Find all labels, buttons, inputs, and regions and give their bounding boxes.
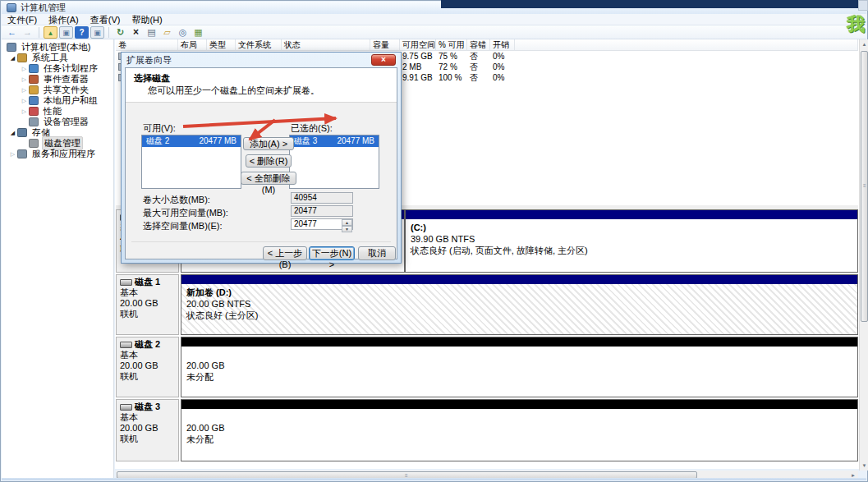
event-viewer-icon [29,75,39,84]
expand-icon[interactable]: ▷ [20,87,29,94]
max-available-space-value: 20477 [291,205,353,217]
scroll-up-icon[interactable]: ▲ [860,39,868,49]
unallocated-label: 未分配 [186,434,852,445]
menu-view[interactable]: 查看(V) [85,14,126,25]
expand-icon[interactable]: ▷ [20,98,29,104]
search-icon[interactable]: ◎ [176,26,190,39]
sidebar-item-services-applications[interactable]: ▷ 服务和应用程序 [2,149,113,159]
disk3-label[interactable]: 磁盘 3 基本 20.00 GB 联机 [116,399,179,461]
back-button[interactable]: < 上一步(B) [263,246,307,260]
menu-help[interactable]: 帮助(H) [126,14,168,25]
refresh-icon[interactable]: ↻ [113,26,127,39]
partition-size: 20.00 GB NTFS [186,298,852,310]
partition-status: 状态良好 (主分区) [186,310,852,321]
local-users-icon [29,96,39,105]
system-tools-icon [17,53,27,62]
services-icon [17,149,27,158]
percent-free-value: 75 % [436,51,467,62]
expand-icon[interactable]: ▷ [20,66,29,72]
column-overhead[interactable]: 开销 [490,39,515,51]
action-pane-icon[interactable]: ▣ [90,26,104,39]
spin-up-icon[interactable]: ▲ [342,219,352,226]
folder-up-icon[interactable]: ▲ [44,26,57,39]
selected-listbox[interactable]: 磁盘 3 20477 MB [289,135,379,189]
menu-action[interactable]: 操作(A) [43,14,85,25]
disk1-partition-d[interactable]: 新加卷 (D:) 20.00 GB NTFS 状态良好 (主分区) [181,274,858,335]
settings-icon[interactable]: ▦ [191,26,205,39]
column-percent-free[interactable]: % 可用 [436,39,467,51]
dialog-subtext: 您可以用至少一个磁盘上的空间来扩展卷。 [148,85,319,97]
remove-button[interactable]: < 删除(R) [246,154,292,168]
remove-all-button[interactable]: < 全部删除(M) [241,172,296,185]
vertical-scroll-thumb[interactable]: ≡ [861,51,868,322]
select-space-amount-label: 选择空间量(MB)(E): [143,220,223,232]
vertical-scrollbar[interactable]: ▲ ≡ ▼ [859,39,868,471]
expand-icon[interactable]: ▷ [20,76,29,83]
shared-folders-icon [29,85,39,94]
unallocated-size: 20.00 GB [186,422,852,434]
available-label: 可用(V): [143,122,176,135]
window-icon [7,3,16,12]
column-fault-tolerance[interactable]: 容错 [467,39,490,51]
partition-color-bar [181,400,857,409]
column-layout[interactable]: 布局 [178,39,207,51]
dialog-header: 选择磁盘 您可以用至少一个磁盘上的空间来扩展卷。 [126,68,397,103]
console-tree-icon[interactable]: ▣ [59,26,73,39]
expand-icon[interactable]: ▷ [8,151,17,158]
menu-bar: 文件(F) 操作(A) 查看(V) 帮助(H) [2,14,866,25]
fault-tolerance-value: 否 [467,72,490,83]
free-space-value: 9.75 GB [400,51,436,62]
column-status[interactable]: 状态 [282,39,370,51]
select-space-amount-input[interactable]: 20477 ▲ ▼ [291,218,353,230]
forward-icon[interactable]: → [21,26,34,39]
disk1-label[interactable]: 磁盘 1 基本 20.00 GB 联机 [116,274,179,335]
expand-icon[interactable]: ◢ [8,130,17,136]
performance-icon [29,107,39,116]
column-capacity[interactable]: 容量 [370,39,400,51]
spin-down-icon[interactable]: ▼ [342,226,352,232]
close-icon[interactable]: × [371,54,396,66]
disk2-graphic: 20.00 GB 未分配 [181,337,858,397]
disk2-label[interactable]: 磁盘 2 基本 20.00 GB 联机 [116,337,179,397]
column-filesystem[interactable]: 文件系统 [236,39,282,51]
disk1-graphic: 新加卷 (D:) 20.00 GB NTFS 状态良好 (主分区) [181,274,858,335]
sidebar-item-device-manager[interactable]: 设备管理器 [2,117,113,127]
background-artifact-strip [441,0,858,8]
cancel-button[interactable]: 取消 [358,246,396,260]
disk-status: 联机 [120,309,178,319]
column-free-space[interactable]: 可用空间 [400,39,436,51]
properties-icon[interactable]: ▤ [145,26,158,39]
open-folder-icon[interactable]: ▱ [160,26,174,39]
column-volume[interactable]: 卷 [116,39,178,51]
partition-status: 状态良好 (启动, 页面文件, 故障转储, 主分区) [411,245,852,256]
dialog-separator [131,241,391,242]
expand-icon[interactable]: ▷ [20,108,29,115]
disk2-unallocated[interactable]: 20.00 GB 未分配 [181,337,858,397]
next-button[interactable]: 下一步(N) > [309,246,355,260]
add-button[interactable]: 添加(A) > [243,137,294,150]
available-item-disk2[interactable]: 磁盘 2 20477 MB [142,135,241,147]
disk-size: 20.00 GB [120,423,178,434]
partition-size: 39.90 GB NTFS [411,233,852,245]
selected-item-disk3[interactable]: 磁盘 3 20477 MB [290,135,379,147]
disk0-partition-c[interactable]: (C:) 39.90 GB NTFS 状态良好 (启动, 页面文件, 故障转储,… [405,209,858,273]
free-space-value: 2 MB [400,62,436,72]
fault-tolerance-value: 否 [467,62,490,72]
partition-color-bar [406,210,857,219]
dialog-title: 扩展卷向导 [126,54,172,67]
selected-label: 已选的(S): [291,122,333,135]
disk-status: 联机 [120,434,178,444]
expand-icon[interactable]: ◢ [8,55,17,62]
available-listbox[interactable]: 磁盘 2 20477 MB [141,135,241,189]
disk-icon [120,279,132,286]
free-space-value: 9.91 GB [400,72,436,83]
disk3-unallocated[interactable]: 20.00 GB 未分配 [181,399,858,461]
column-type[interactable]: 类型 [207,39,236,51]
fault-tolerance-value: 否 [467,51,490,62]
help-icon[interactable]: ? [75,26,89,39]
menu-file[interactable]: 文件(F) [2,14,43,25]
delete-icon[interactable]: × [129,26,143,39]
scroll-down-icon[interactable]: ▼ [860,461,868,471]
back-icon[interactable]: ← [5,26,19,39]
toolbar-separator [108,27,109,38]
